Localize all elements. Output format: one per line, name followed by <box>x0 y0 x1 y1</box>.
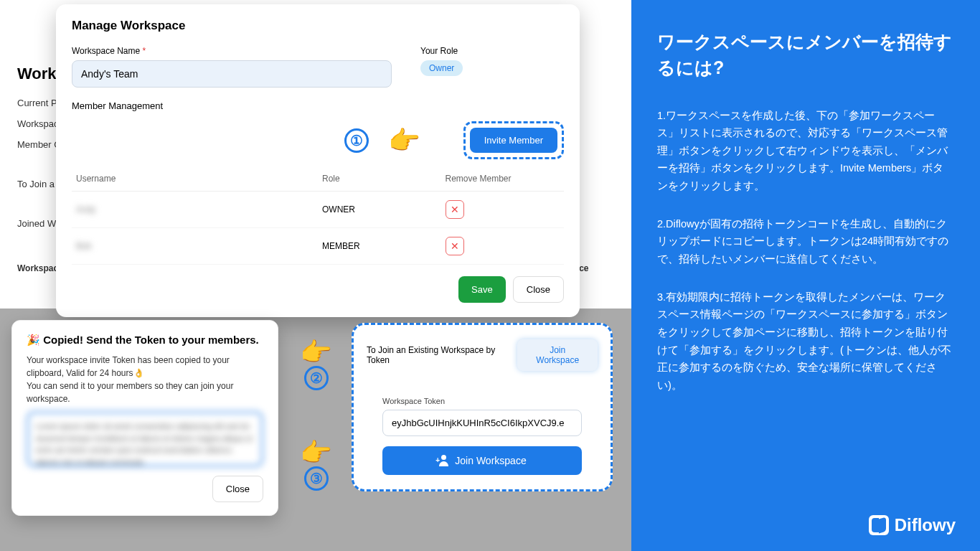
toast-line2: You can send it to your members so they … <box>27 381 233 404</box>
brand-name: Diflowy <box>895 515 956 535</box>
modal-title: Manage Workspace <box>72 19 564 33</box>
member-role: MEMBER <box>318 228 441 265</box>
table-row: Bob MEMBER ✕ <box>72 228 564 265</box>
step-3-marker: ③ <box>304 466 329 491</box>
invite-highlight: Invite Member <box>463 121 564 159</box>
table-row: Andy OWNER ✕ <box>72 192 564 228</box>
member-role: OWNER <box>318 192 441 228</box>
brand-logo-icon <box>869 515 889 535</box>
pointer-icon: 👉 <box>300 438 332 468</box>
toast-line1: Your workspace invite Token has been cop… <box>27 355 230 378</box>
member-management-heading: Member Management <box>72 100 564 111</box>
toast-close-button[interactable]: Close <box>212 476 263 502</box>
remove-member-button[interactable]: ✕ <box>446 237 464 255</box>
join-heading: To Join an Existing Workspace by Token <box>367 345 517 365</box>
remove-member-button[interactable]: ✕ <box>446 200 464 219</box>
member-table: Username Role Remove Member Andy OWNER ✕… <box>72 166 564 265</box>
role-badge: Owner <box>420 60 463 76</box>
toast-token-blur: Lorem ipsum dolor sit amet consectetur a… <box>27 411 263 467</box>
col-remove: Remove Member <box>441 166 565 192</box>
pointer-icon: 👉 <box>388 126 420 156</box>
save-button[interactable]: Save <box>458 276 506 303</box>
guide-title: ワークスペースにメンバーを招待するには? <box>657 29 954 81</box>
workspace-token-label: Workspace Token <box>382 397 582 405</box>
your-role-label: Your Role <box>420 46 564 56</box>
invite-member-button[interactable]: Invite Member <box>470 128 557 153</box>
col-username: Username <box>72 166 318 192</box>
join-workspace-panel: To Join an Existing Workspace by Token J… <box>352 323 613 491</box>
guide-sidebar: ワークスペースにメンバーを招待するには? 1.ワークスペースを作成した後、下の「… <box>631 0 980 551</box>
guide-step-3: 3.有効期限内に招待トークンを取得したメンバーは、ワークスペース情報ページの「ワ… <box>657 288 954 395</box>
col-role: Role <box>318 166 441 192</box>
manage-workspace-modal: Manage Workspace Workspace Name Your Rol… <box>56 4 580 317</box>
guide-step-2: 2.Diflowyが固有の招待トークンコードを生成し、自動的にクリップボードにコ… <box>657 215 954 268</box>
toast-title: 🎉 Copied! Send the Token to your members… <box>27 334 263 347</box>
member-name: Bob <box>76 241 91 251</box>
close-button[interactable]: Close <box>513 276 564 303</box>
join-workspace-button-small[interactable]: Join Workspace <box>517 339 598 371</box>
workspace-name-label: Workspace Name <box>72 46 392 56</box>
brand: Diflowy <box>869 515 956 535</box>
workspace-token-input[interactable] <box>382 410 582 436</box>
step-1-marker: ① <box>344 128 369 153</box>
guide-step-1: 1.ワークスペースを作成した後、下の「参加ワークスペース」リストに表示されるので… <box>657 107 954 195</box>
pointer-icon: 👉 <box>300 337 332 367</box>
join-button-label: Join Workspace <box>455 455 526 466</box>
person-add-icon: + <box>438 455 449 466</box>
step-2-marker: ② <box>304 366 329 390</box>
step-markers: 👉 ② 👉 ③ <box>300 337 332 491</box>
workspace-name-input[interactable] <box>72 60 392 88</box>
join-workspace-button[interactable]: + Join Workspace <box>382 446 582 475</box>
member-name: Andy <box>76 204 95 215</box>
token-copied-toast: 🎉 Copied! Send the Token to your members… <box>11 320 278 516</box>
